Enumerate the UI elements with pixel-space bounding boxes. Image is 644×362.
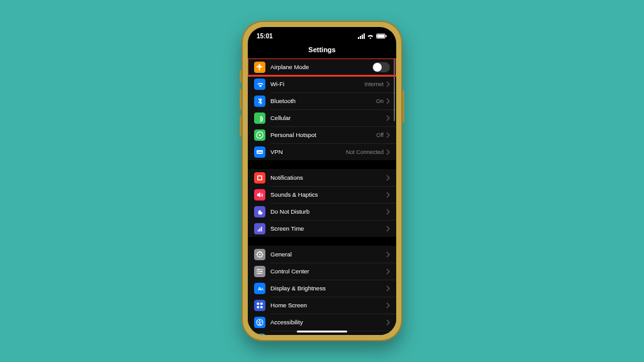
settings-group-connectivity: Airplane ModeWi-FiInternetBluetoothOnCel… (248, 58, 396, 160)
settings-row-wifi[interactable]: Wi-FiInternet (248, 75, 396, 92)
row-label: Notifications (270, 174, 386, 181)
row-value: Internet (364, 81, 384, 87)
settings-row-controlcenter[interactable]: Control Center (248, 263, 396, 280)
airplane-toggle[interactable] (372, 62, 390, 72)
airplane-icon (254, 62, 265, 73)
volume-down-button (240, 115, 242, 136)
row-label: Screen Time (270, 225, 386, 232)
screen: 15:01 Settings Airplane ModeWi-FiInterne… (248, 27, 396, 335)
row-label: General (270, 251, 386, 258)
chevron-right-icon (386, 302, 390, 309)
settings-row-hotspot[interactable]: Personal HotspotOff (248, 126, 396, 143)
settings-row-bluetooth[interactable]: BluetoothOn (248, 92, 396, 109)
row-label: Control Center (270, 268, 386, 275)
chevron-right-icon (386, 285, 390, 292)
chevron-right-icon (386, 209, 390, 215)
row-label: Home Screen (270, 302, 386, 309)
general-icon (254, 249, 265, 260)
chevron-right-icon (386, 149, 390, 155)
settings-row-general[interactable]: General (248, 246, 396, 263)
row-label: Accessibility (270, 319, 386, 326)
statusbar-right (358, 33, 387, 39)
settings-row-notifications[interactable]: Notifications (248, 169, 396, 186)
display-icon (254, 283, 265, 294)
dnd-icon (254, 206, 265, 217)
statusbar-time: 15:01 (257, 33, 273, 40)
row-value: Off (376, 132, 384, 138)
row-label: Personal Hotspot (270, 131, 376, 138)
chevron-right-icon (386, 251, 390, 258)
accessibility-icon (254, 317, 265, 328)
chevron-right-icon (386, 192, 390, 198)
sounds-icon (254, 189, 265, 200)
chevron-right-icon (386, 319, 390, 326)
cellular-icon (254, 112, 265, 124)
hotspot-icon (254, 129, 265, 141)
wifi-status-icon (367, 33, 374, 39)
row-label: Airplane Mode (270, 63, 372, 70)
bluetooth-icon (254, 96, 265, 107)
chevron-right-icon (386, 226, 390, 232)
settings-list[interactable]: Airplane ModeWi-FiInternetBluetoothOnCel… (248, 58, 396, 335)
notifications-icon (254, 172, 265, 184)
settings-row-sounds[interactable]: Sounds & Haptics (248, 186, 396, 203)
row-label: Sounds & Haptics (270, 191, 386, 198)
chevron-right-icon (386, 175, 390, 181)
svg-rect-2 (386, 35, 387, 37)
row-value: Not Connected (346, 149, 384, 155)
mute-switch (240, 70, 242, 82)
home-indicator[interactable] (297, 331, 347, 332)
settings-group-device: GeneralControl CenterDisplay & Brightnes… (248, 246, 396, 335)
svg-rect-1 (377, 35, 385, 38)
settings-row-dnd[interactable]: Do Not Disturb (248, 203, 396, 220)
settings-group-prefs: NotificationsSounds & HapticsDo Not Dist… (248, 169, 396, 237)
chevron-right-icon (386, 98, 390, 104)
settings-row-screentime[interactable]: Screen Time (248, 220, 396, 237)
row-label: VPN (270, 148, 346, 155)
chevron-right-icon (386, 268, 390, 275)
row-label: Bluetooth (270, 97, 376, 104)
chevron-right-icon (386, 115, 390, 121)
volume-up-button (240, 89, 242, 110)
settings-row-display[interactable]: Display & Brightness (248, 280, 396, 297)
settings-row-homescreen[interactable]: Home Screen (248, 297, 396, 314)
settings-row-accessibility[interactable]: Accessibility (248, 314, 396, 331)
vpn-icon (254, 146, 265, 158)
phone-frame: 15:01 Settings Airplane ModeWi-FiInterne… (242, 21, 402, 341)
homescreen-icon (254, 300, 265, 311)
controlcenter-icon (254, 266, 265, 277)
stage: 15:01 Settings Airplane ModeWi-FiInterne… (0, 0, 644, 362)
cellular-signal-icon (358, 33, 365, 39)
page-title: Settings (248, 43, 396, 58)
battery-status-icon (376, 33, 387, 39)
settings-row-vpn[interactable]: VPNNot Connected (248, 143, 396, 160)
notch (288, 27, 356, 40)
wifi-icon (254, 79, 265, 90)
row-value: On (376, 98, 384, 104)
wallpaper-icon (254, 334, 265, 336)
screentime-icon (254, 223, 265, 234)
row-label: Wi-Fi (270, 80, 364, 87)
settings-row-airplane[interactable]: Airplane Mode (248, 58, 396, 75)
settings-row-cellular[interactable]: Cellular (248, 109, 396, 126)
row-label: Cellular (270, 114, 386, 121)
chevron-right-icon (386, 81, 390, 87)
row-label: Display & Brightness (270, 285, 386, 292)
row-label: Do Not Disturb (270, 208, 386, 215)
power-button (402, 90, 404, 123)
chevron-right-icon (386, 132, 390, 138)
